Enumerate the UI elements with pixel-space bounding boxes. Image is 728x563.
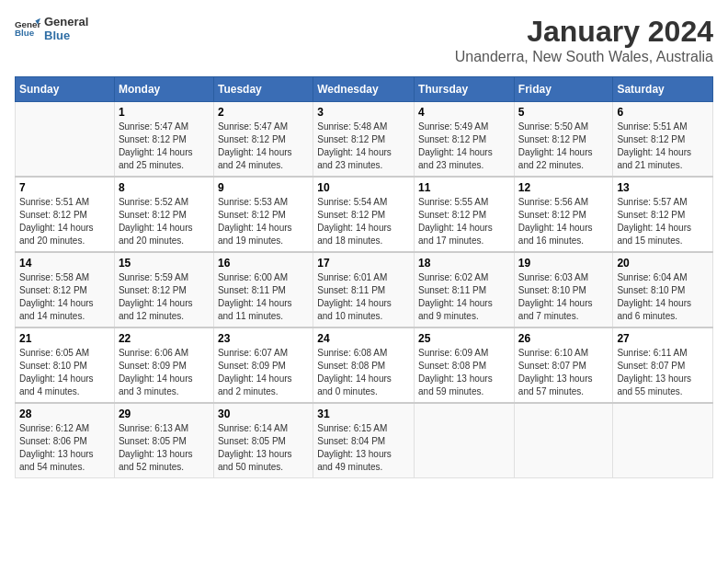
week-row-5: 28Sunrise: 6:12 AM Sunset: 8:06 PM Dayli…: [16, 403, 713, 478]
col-header-thursday: Thursday: [415, 77, 515, 102]
day-info: Sunrise: 5:56 AM Sunset: 8:12 PM Dayligh…: [518, 196, 609, 247]
calendar-cell: [415, 403, 515, 478]
day-number: 16: [218, 257, 309, 270]
day-info: Sunrise: 6:11 AM Sunset: 8:07 PM Dayligh…: [617, 347, 709, 398]
calendar-cell: 2Sunrise: 5:47 AM Sunset: 8:12 PM Daylig…: [213, 102, 313, 178]
day-info: Sunrise: 5:51 AM Sunset: 8:12 PM Dayligh…: [19, 196, 110, 247]
day-number: 26: [518, 332, 609, 345]
calendar-cell: 14Sunrise: 5:58 AM Sunset: 8:12 PM Dayli…: [16, 252, 115, 327]
logo-line2: Blue: [44, 29, 88, 42]
day-info: Sunrise: 6:05 AM Sunset: 8:10 PM Dayligh…: [19, 347, 110, 398]
calendar-cell: 4Sunrise: 5:49 AM Sunset: 8:12 PM Daylig…: [415, 102, 515, 178]
col-header-friday: Friday: [514, 77, 613, 102]
calendar-cell: 9Sunrise: 5:53 AM Sunset: 8:12 PM Daylig…: [213, 177, 313, 252]
day-number: 30: [218, 408, 309, 420]
logo-line1: General: [44, 15, 88, 29]
calendar-cell: 7Sunrise: 5:51 AM Sunset: 8:12 PM Daylig…: [16, 177, 115, 252]
page-header: General Blue General Blue January 2024 U…: [15, 15, 713, 65]
week-row-3: 14Sunrise: 5:58 AM Sunset: 8:12 PM Dayli…: [16, 252, 713, 327]
day-number: 29: [119, 408, 210, 420]
day-number: 20: [617, 257, 709, 270]
day-number: 2: [218, 106, 309, 119]
day-info: Sunrise: 5:48 AM Sunset: 8:12 PM Dayligh…: [317, 121, 410, 172]
day-info: Sunrise: 5:57 AM Sunset: 8:12 PM Dayligh…: [617, 196, 709, 247]
calendar-cell: 27Sunrise: 6:11 AM Sunset: 8:07 PM Dayli…: [613, 327, 713, 403]
day-number: 7: [19, 181, 110, 194]
day-number: 5: [518, 106, 609, 119]
day-info: Sunrise: 6:14 AM Sunset: 8:05 PM Dayligh…: [218, 422, 309, 474]
day-info: Sunrise: 6:15 AM Sunset: 8:04 PM Dayligh…: [317, 422, 410, 474]
calendar-cell: 18Sunrise: 6:02 AM Sunset: 8:11 PM Dayli…: [415, 252, 515, 327]
day-number: 28: [19, 408, 110, 420]
calendar-cell: 30Sunrise: 6:14 AM Sunset: 8:05 PM Dayli…: [213, 403, 313, 478]
day-info: Sunrise: 5:58 AM Sunset: 8:12 PM Dayligh…: [19, 271, 110, 323]
calendar-cell: 16Sunrise: 6:00 AM Sunset: 8:11 PM Dayli…: [213, 252, 313, 327]
calendar-cell: 26Sunrise: 6:10 AM Sunset: 8:07 PM Dayli…: [514, 327, 613, 403]
day-number: 31: [317, 408, 410, 420]
calendar-cell: 28Sunrise: 6:12 AM Sunset: 8:06 PM Dayli…: [16, 403, 115, 478]
day-number: 27: [617, 332, 709, 345]
page-subtitle: Unanderra, New South Wales, Australia: [455, 49, 713, 65]
calendar-cell: 3Sunrise: 5:48 AM Sunset: 8:12 PM Daylig…: [313, 102, 415, 178]
day-number: 18: [418, 257, 510, 270]
day-info: Sunrise: 5:53 AM Sunset: 8:12 PM Dayligh…: [218, 196, 309, 247]
day-info: Sunrise: 6:01 AM Sunset: 8:11 PM Dayligh…: [317, 271, 410, 323]
col-header-saturday: Saturday: [613, 77, 713, 102]
week-row-1: 1Sunrise: 5:47 AM Sunset: 8:12 PM Daylig…: [16, 102, 713, 178]
day-number: 11: [418, 181, 510, 194]
col-header-sunday: Sunday: [16, 77, 115, 102]
day-info: Sunrise: 5:47 AM Sunset: 8:12 PM Dayligh…: [218, 121, 309, 172]
day-number: 19: [518, 257, 609, 270]
calendar-cell: 29Sunrise: 6:13 AM Sunset: 8:05 PM Dayli…: [114, 403, 213, 478]
day-info: Sunrise: 6:00 AM Sunset: 8:11 PM Dayligh…: [218, 271, 309, 323]
calendar-cell: 21Sunrise: 6:05 AM Sunset: 8:10 PM Dayli…: [16, 327, 115, 403]
day-number: 23: [218, 332, 309, 345]
calendar-cell: 11Sunrise: 5:55 AM Sunset: 8:12 PM Dayli…: [415, 177, 515, 252]
day-info: Sunrise: 5:52 AM Sunset: 8:12 PM Dayligh…: [119, 196, 210, 247]
calendar-cell: [16, 102, 115, 178]
day-info: Sunrise: 6:02 AM Sunset: 8:11 PM Dayligh…: [418, 271, 510, 323]
calendar-cell: [514, 403, 613, 478]
title-area: January 2024 Unanderra, New South Wales,…: [455, 15, 713, 65]
day-info: Sunrise: 6:12 AM Sunset: 8:06 PM Dayligh…: [19, 422, 110, 474]
day-number: 3: [317, 106, 410, 119]
day-number: 24: [317, 332, 410, 345]
week-row-2: 7Sunrise: 5:51 AM Sunset: 8:12 PM Daylig…: [16, 177, 713, 252]
calendar-cell: [613, 403, 713, 478]
col-header-wednesday: Wednesday: [313, 77, 415, 102]
calendar-cell: 20Sunrise: 6:04 AM Sunset: 8:10 PM Dayli…: [613, 252, 713, 327]
logo-icon: General Blue: [15, 16, 40, 41]
day-number: 10: [317, 181, 410, 194]
col-header-tuesday: Tuesday: [213, 77, 313, 102]
calendar-cell: 12Sunrise: 5:56 AM Sunset: 8:12 PM Dayli…: [514, 177, 613, 252]
day-info: Sunrise: 5:47 AM Sunset: 8:12 PM Dayligh…: [119, 121, 210, 172]
day-number: 17: [317, 257, 410, 270]
day-info: Sunrise: 6:06 AM Sunset: 8:09 PM Dayligh…: [119, 347, 210, 398]
day-info: Sunrise: 5:50 AM Sunset: 8:12 PM Dayligh…: [518, 121, 609, 172]
day-info: Sunrise: 5:51 AM Sunset: 8:12 PM Dayligh…: [617, 121, 709, 172]
calendar-cell: 6Sunrise: 5:51 AM Sunset: 8:12 PM Daylig…: [613, 102, 713, 178]
calendar-cell: 31Sunrise: 6:15 AM Sunset: 8:04 PM Dayli…: [313, 403, 415, 478]
day-info: Sunrise: 5:55 AM Sunset: 8:12 PM Dayligh…: [418, 196, 510, 247]
day-number: 14: [19, 257, 110, 270]
calendar-cell: 23Sunrise: 6:07 AM Sunset: 8:09 PM Dayli…: [213, 327, 313, 403]
calendar-cell: 19Sunrise: 6:03 AM Sunset: 8:10 PM Dayli…: [514, 252, 613, 327]
day-info: Sunrise: 6:10 AM Sunset: 8:07 PM Dayligh…: [518, 347, 609, 398]
day-number: 15: [119, 257, 210, 270]
calendar-cell: 13Sunrise: 5:57 AM Sunset: 8:12 PM Dayli…: [613, 177, 713, 252]
calendar-cell: 22Sunrise: 6:06 AM Sunset: 8:09 PM Dayli…: [114, 327, 213, 403]
day-info: Sunrise: 5:59 AM Sunset: 8:12 PM Dayligh…: [119, 271, 210, 323]
page-title: January 2024: [455, 15, 713, 49]
day-number: 21: [19, 332, 110, 345]
calendar-cell: 25Sunrise: 6:09 AM Sunset: 8:08 PM Dayli…: [415, 327, 515, 403]
calendar-cell: 8Sunrise: 5:52 AM Sunset: 8:12 PM Daylig…: [114, 177, 213, 252]
calendar-cell: 1Sunrise: 5:47 AM Sunset: 8:12 PM Daylig…: [114, 102, 213, 178]
day-number: 22: [119, 332, 210, 345]
calendar-cell: 24Sunrise: 6:08 AM Sunset: 8:08 PM Dayli…: [313, 327, 415, 403]
day-number: 12: [518, 181, 609, 194]
day-info: Sunrise: 6:07 AM Sunset: 8:09 PM Dayligh…: [218, 347, 309, 398]
day-info: Sunrise: 6:04 AM Sunset: 8:10 PM Dayligh…: [617, 271, 709, 323]
day-number: 6: [617, 106, 709, 119]
col-header-monday: Monday: [114, 77, 213, 102]
day-info: Sunrise: 5:49 AM Sunset: 8:12 PM Dayligh…: [418, 121, 510, 172]
